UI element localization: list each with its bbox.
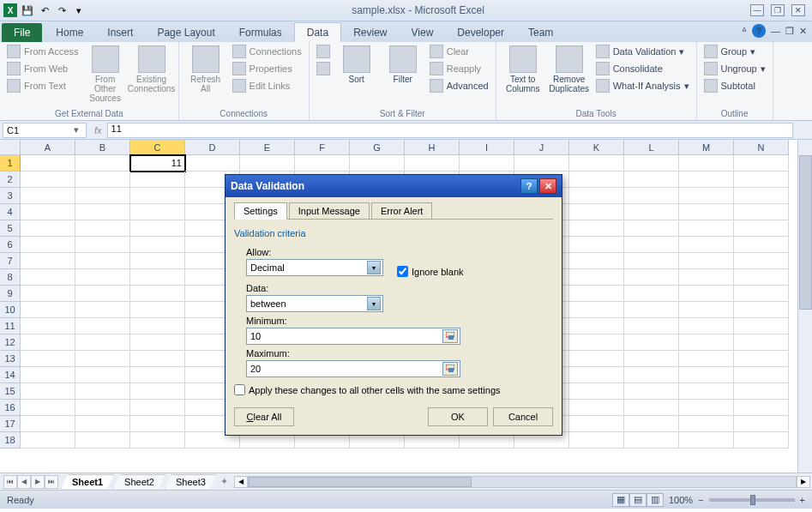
cell[interactable] [21, 367, 75, 383]
cell[interactable] [679, 334, 734, 351]
restore-button[interactable]: ❐ [771, 4, 785, 16]
cell[interactable] [624, 334, 679, 351]
row-header[interactable]: 17 [0, 416, 21, 432]
range-picker-icon[interactable] [442, 362, 458, 376]
cell[interactable] [569, 237, 624, 253]
cell[interactable] [21, 383, 75, 400]
column-header[interactable]: D [185, 140, 240, 155]
scroll-thumb[interactable] [799, 155, 812, 310]
subtotal-button[interactable]: Subtotal [702, 78, 767, 93]
cell[interactable] [569, 432, 624, 449]
cell[interactable] [75, 237, 130, 253]
cell[interactable] [130, 318, 185, 334]
cell[interactable]: 11 [130, 155, 185, 172]
cell[interactable] [624, 416, 679, 432]
sheet-tab-1[interactable]: Sheet1 [61, 474, 114, 489]
cell[interactable] [624, 432, 679, 449]
cell[interactable] [679, 172, 734, 188]
vertical-scrollbar[interactable] [797, 140, 812, 473]
cell[interactable] [75, 416, 130, 432]
row-header[interactable]: 1 [0, 155, 21, 172]
doc-min-icon[interactable]: — [771, 26, 780, 36]
cell[interactable] [569, 269, 624, 286]
column-header[interactable]: N [734, 140, 789, 155]
name-box-drop-icon[interactable]: ▾ [70, 124, 82, 136]
cell[interactable] [21, 351, 75, 367]
cell[interactable] [75, 269, 130, 286]
cell[interactable] [569, 155, 624, 172]
tab-data[interactable]: Data [294, 22, 341, 42]
cell[interactable] [130, 188, 185, 204]
cell[interactable] [624, 220, 679, 237]
cell[interactable] [734, 416, 789, 432]
sheet-tab-3[interactable]: Sheet3 [165, 474, 217, 489]
cell[interactable] [130, 204, 185, 220]
cell[interactable] [679, 383, 734, 400]
cell[interactable] [240, 155, 295, 172]
column-header[interactable]: H [405, 140, 460, 155]
cell[interactable] [679, 302, 734, 318]
cell[interactable] [75, 286, 130, 302]
cell[interactable] [130, 367, 185, 383]
fx-icon[interactable]: fx [94, 125, 102, 136]
row-header[interactable]: 16 [0, 400, 21, 416]
cell[interactable] [679, 318, 734, 334]
cell[interactable] [734, 318, 789, 334]
cell[interactable] [21, 302, 75, 318]
column-header[interactable]: E [240, 140, 295, 155]
cell[interactable] [75, 383, 130, 400]
cell[interactable] [130, 302, 185, 318]
clear-button[interactable]: Clear [428, 44, 490, 59]
cell[interactable] [624, 286, 679, 302]
cell[interactable] [75, 400, 130, 416]
cell[interactable] [734, 383, 789, 400]
cell[interactable] [21, 400, 75, 416]
cell[interactable] [624, 318, 679, 334]
cell[interactable] [514, 155, 569, 172]
cell[interactable] [569, 351, 624, 367]
cell[interactable] [679, 416, 734, 432]
cell[interactable] [75, 351, 130, 367]
cell[interactable] [405, 155, 460, 172]
cell[interactable] [130, 220, 185, 237]
ok-button[interactable]: OK [428, 407, 488, 426]
cell[interactable] [21, 416, 75, 432]
edit-links-button[interactable]: Edit Links [231, 78, 304, 93]
cell[interactable] [679, 269, 734, 286]
cell[interactable] [734, 269, 789, 286]
cell[interactable] [569, 416, 624, 432]
cell[interactable] [130, 334, 185, 351]
cell[interactable] [734, 155, 789, 172]
filter-button[interactable]: Filter [382, 44, 424, 86]
row-header[interactable]: 14 [0, 367, 21, 383]
doc-close-icon[interactable]: ✕ [799, 26, 807, 37]
column-header[interactable]: A [21, 140, 75, 155]
dialog-tab-input-message[interactable]: Input Message [289, 202, 370, 220]
doc-restore-icon[interactable]: ❐ [785, 26, 794, 37]
column-header[interactable]: G [350, 140, 405, 155]
cell[interactable] [624, 172, 679, 188]
cell[interactable] [569, 188, 624, 204]
next-sheet-button[interactable]: ▶ [31, 475, 45, 489]
undo-icon[interactable]: ↶ [38, 3, 51, 17]
reapply-button[interactable]: Reapply [428, 61, 490, 76]
minimum-input[interactable]: 10 [246, 328, 460, 345]
data-dropdown[interactable]: between ▾ [246, 295, 383, 312]
zoom-out-button[interactable]: − [698, 495, 703, 505]
tab-page-layout[interactable]: Page Layout [145, 23, 226, 42]
pagebreak-view-button[interactable]: ▥ [647, 493, 664, 507]
cell[interactable] [679, 204, 734, 220]
cell[interactable] [295, 155, 350, 172]
cell[interactable] [130, 286, 185, 302]
cell[interactable] [75, 172, 130, 188]
column-header[interactable]: I [460, 140, 514, 155]
range-picker-icon[interactable] [442, 329, 458, 343]
cell[interactable] [624, 269, 679, 286]
data-validation-button[interactable]: Data Validation ▾ [594, 44, 691, 59]
dialog-tab-settings[interactable]: Settings [234, 202, 287, 220]
cell[interactable] [679, 286, 734, 302]
cell[interactable] [624, 155, 679, 172]
column-header[interactable]: M [679, 140, 734, 155]
cell[interactable] [130, 383, 185, 400]
cell[interactable] [569, 204, 624, 220]
